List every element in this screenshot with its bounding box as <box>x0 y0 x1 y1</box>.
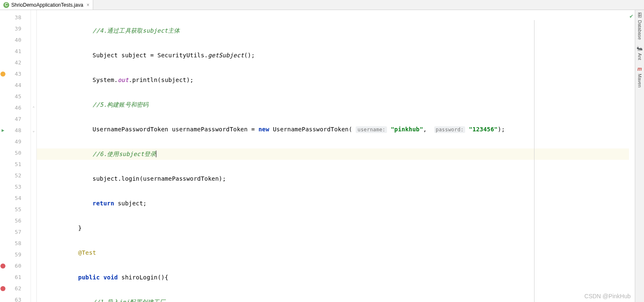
ant-icon: 🐜 <box>636 46 643 51</box>
gutter-marker[interactable] <box>0 192 6 204</box>
line-number[interactable]: 48 <box>6 125 31 136</box>
line-number[interactable]: 45 <box>6 91 31 102</box>
database-icon: 🗄 <box>637 13 642 18</box>
line-number[interactable]: 50 <box>6 147 31 159</box>
line-number[interactable]: 41 <box>6 46 31 57</box>
gutter-marker[interactable] <box>0 147 6 159</box>
print-margin <box>534 20 535 302</box>
breakpoint-icon[interactable] <box>0 264 5 269</box>
editor-scrollbar[interactable] <box>629 20 635 302</box>
fold-handle[interactable] <box>31 34 36 46</box>
line-number[interactable]: 47 <box>6 113 31 125</box>
line-number[interactable]: 61 <box>6 271 31 283</box>
fold-handle[interactable] <box>31 238 36 249</box>
fold-handle[interactable] <box>31 204 36 215</box>
gutter-marker[interactable] <box>0 91 6 102</box>
gutter-marker[interactable]: ▶ <box>0 125 6 136</box>
run-test-icon[interactable]: ▶ <box>2 128 5 133</box>
gutter-marker[interactable] <box>0 23 6 34</box>
gutter-marker[interactable] <box>0 226 6 238</box>
gutter-marker[interactable] <box>0 170 6 181</box>
gutter-marker[interactable] <box>0 46 6 57</box>
fold-handle[interactable] <box>31 46 36 57</box>
analysis-ok-icon[interactable]: ✔ <box>630 13 633 19</box>
fold-handle[interactable] <box>31 136 36 147</box>
fold-handle[interactable] <box>31 192 36 204</box>
fold-handle[interactable]: ⌄ <box>31 125 36 136</box>
gutter-marker[interactable] <box>0 159 6 170</box>
fold-column[interactable]: ⌃⌄ <box>31 10 37 302</box>
gutter-marker[interactable] <box>0 249 6 260</box>
gutter-marker[interactable] <box>0 12 6 23</box>
line-number[interactable]: 46 <box>6 102 31 113</box>
line-number[interactable]: 62 <box>6 283 31 294</box>
line-number[interactable]: 60 <box>6 260 31 271</box>
gutter-marker[interactable] <box>0 57 6 68</box>
line-number[interactable]: 58 <box>6 238 31 249</box>
intention-bulb-icon[interactable] <box>0 72 5 77</box>
line-number[interactable]: 51 <box>6 159 31 170</box>
param-hint: password: <box>434 126 466 133</box>
line-number[interactable]: 59 <box>6 249 31 260</box>
param-hint: username: <box>356 126 387 133</box>
line-number[interactable]: 44 <box>6 79 31 91</box>
tool-maven[interactable]: mMaven <box>637 66 642 87</box>
fold-handle[interactable] <box>31 260 36 271</box>
line-number[interactable]: 39 <box>6 23 31 34</box>
fold-handle[interactable] <box>31 113 36 125</box>
breakpoint-icon[interactable] <box>0 286 5 291</box>
line-number[interactable]: 53 <box>6 181 31 192</box>
fold-handle[interactable] <box>31 12 36 23</box>
fold-handle[interactable] <box>31 159 36 170</box>
line-number[interactable]: 42 <box>6 57 31 68</box>
gutter-marker[interactable] <box>0 34 6 46</box>
fold-handle[interactable] <box>31 57 36 68</box>
code-area[interactable]: //4.通过工具获取subject主体 Subject subject = Se… <box>37 10 644 302</box>
line-number[interactable]: 40 <box>6 34 31 46</box>
line-number[interactable]: 57 <box>6 226 31 238</box>
gutter-marker[interactable] <box>0 260 6 271</box>
line-number[interactable]: 54 <box>6 192 31 204</box>
gutter-marker[interactable] <box>0 215 6 226</box>
fold-handle[interactable] <box>31 294 36 302</box>
close-icon[interactable]: × <box>85 2 89 8</box>
line-number[interactable]: 38 <box>6 12 31 23</box>
line-number[interactable]: 52 <box>6 170 31 181</box>
fold-handle[interactable] <box>31 215 36 226</box>
gutter-marker[interactable] <box>0 238 6 249</box>
line-number[interactable]: 43 <box>6 68 31 79</box>
tool-ant[interactable]: 🐜Ant <box>636 46 643 60</box>
gutter-marker[interactable] <box>0 136 6 147</box>
fold-handle[interactable] <box>31 181 36 192</box>
gutter-marker[interactable] <box>0 271 6 283</box>
java-class-icon: C <box>3 2 9 8</box>
fold-handle[interactable] <box>31 68 36 79</box>
line-number[interactable]: 55 <box>6 204 31 215</box>
fold-handle[interactable] <box>31 79 36 91</box>
line-number[interactable]: 49 <box>6 136 31 147</box>
fold-handle[interactable] <box>31 283 36 294</box>
line-number-gutter[interactable]: 3839404142434445464748495051525354555657… <box>6 10 31 302</box>
line-number[interactable]: 63 <box>6 294 31 302</box>
gutter-marker[interactable] <box>0 294 6 302</box>
gutter-marker[interactable] <box>0 102 6 113</box>
fold-handle[interactable] <box>31 226 36 238</box>
fold-handle[interactable] <box>31 170 36 181</box>
gutter-marker[interactable] <box>0 68 6 79</box>
fold-handle[interactable] <box>31 23 36 34</box>
gutter-marker[interactable] <box>0 181 6 192</box>
fold-handle[interactable] <box>31 249 36 260</box>
fold-handle[interactable] <box>31 147 36 159</box>
gutter-marker[interactable] <box>0 113 6 125</box>
tool-database[interactable]: 🗄Database <box>637 13 642 40</box>
fold-handle[interactable] <box>31 91 36 102</box>
fold-handle[interactable] <box>31 271 36 283</box>
maven-icon: m <box>637 66 642 72</box>
line-number[interactable]: 56 <box>6 215 31 226</box>
gutter-marker[interactable] <box>0 204 6 215</box>
gutter-marker[interactable] <box>0 283 6 294</box>
fold-handle[interactable]: ⌃ <box>31 102 36 113</box>
gutter-marker[interactable] <box>0 79 6 91</box>
file-tab[interactable]: C ShrioDemoApplicationTests.java × <box>0 0 93 10</box>
marker-column[interactable]: ▶ <box>0 10 6 302</box>
